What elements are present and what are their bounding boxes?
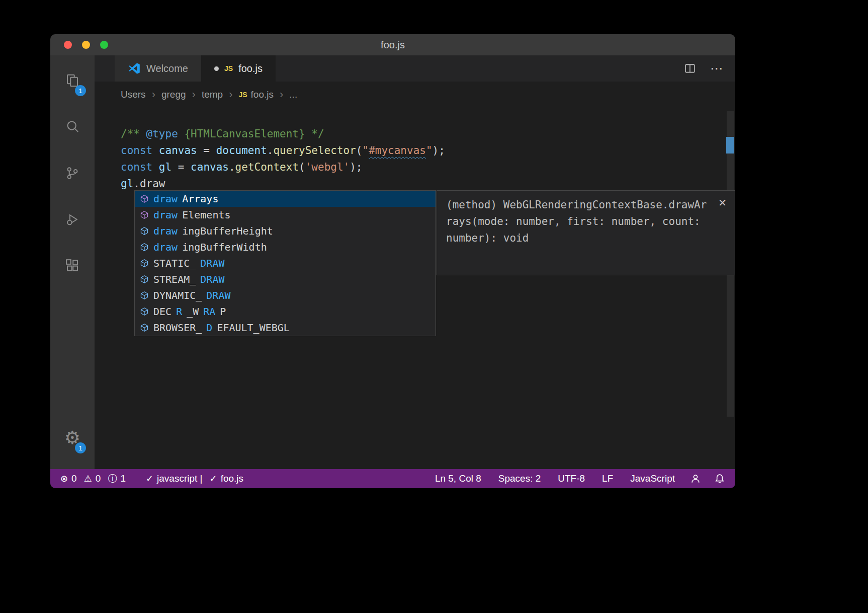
tab-welcome[interactable]: Welcome xyxy=(115,55,201,82)
suggestion-item-drawingBufferHeight[interactable]: drawingBufferHeight xyxy=(135,223,436,239)
statusbar-linter-javascript[interactable]: ✓javascript | xyxy=(146,473,203,484)
extensions-icon xyxy=(65,258,80,273)
suggestion-item-STREAM_DRAW[interactable]: STREAM_DRAW xyxy=(135,271,436,287)
docs-text-line: number): void xyxy=(446,230,726,247)
tab-foojs[interactable]: JS foo.js xyxy=(201,55,276,82)
js-file-icon: JS xyxy=(224,64,233,72)
run-debug-icon xyxy=(65,212,80,227)
symbol-cube-icon xyxy=(140,226,149,236)
symbol-cube-icon xyxy=(140,259,149,268)
statusbar-language-mode[interactable]: JavaScript xyxy=(630,473,675,484)
statusbar-cursor-position[interactable]: Ln 5, Col 8 xyxy=(435,473,481,484)
tab-label: Welcome xyxy=(146,63,188,74)
symbol-cube-icon xyxy=(140,307,149,316)
symbol-cube-icon xyxy=(140,291,149,300)
symbol-cube-icon xyxy=(140,323,149,332)
overview-ruler-marker xyxy=(726,137,734,154)
js-file-icon: JS xyxy=(238,91,247,99)
minimize-window-button[interactable] xyxy=(82,41,90,49)
statusbar-warning-count[interactable]: ⚠0 xyxy=(84,473,101,484)
statusbar-indentation[interactable]: Spaces: 2 xyxy=(498,473,541,484)
suggestion-item-BROWSER_DEFAULT_WEBGL[interactable]: BROWSER_DEFAULT_WEBGL xyxy=(135,320,436,336)
breadcrumb-item[interactable]: JSfoo.js xyxy=(238,89,274,100)
statusbar-encoding[interactable]: UTF-8 xyxy=(558,473,585,484)
split-editor-icon[interactable] xyxy=(684,62,696,74)
activity-bar-source-control[interactable] xyxy=(50,150,95,196)
vscode-logo-icon xyxy=(128,62,141,75)
code-editor[interactable]: /** @type {HTMLCanvasElement} */const ca… xyxy=(95,108,735,469)
activity-bar-settings[interactable]: ⚙ 1 xyxy=(50,415,95,461)
docs-text-line: (method) WebGLRenderingContextBase.drawA… xyxy=(446,197,726,213)
status-bar: ⊗0⚠0ⓘ1✓javascript |✓foo.js Ln 5, Col 8Sp… xyxy=(50,469,735,488)
activity-bar-extensions[interactable] xyxy=(50,243,95,289)
statusbar-eol[interactable]: LF xyxy=(602,473,613,484)
settings-badge: 1 xyxy=(75,442,86,453)
tab-bar: Welcome JS foo.js ⋯ xyxy=(95,55,735,82)
code-line: const gl = canvas.getContext('webgl'); xyxy=(121,159,735,176)
breadcrumb-separator-icon: › xyxy=(192,88,196,101)
search-icon xyxy=(65,119,80,134)
suggest-widget: drawArraysdrawElementsdrawingBufferHeigh… xyxy=(134,190,436,336)
breadcrumb-item[interactable]: gregg xyxy=(161,89,186,100)
breadcrumb-separator-icon: › xyxy=(280,88,283,101)
suggestion-item-drawElements[interactable]: drawElements xyxy=(135,207,436,223)
warning-icon: ⚠ xyxy=(84,474,92,483)
statusbar-info-count[interactable]: ⓘ1 xyxy=(108,473,126,484)
explorer-badge: 1 xyxy=(75,85,86,96)
code-line: const canvas = document.querySelector("#… xyxy=(121,142,735,159)
activity-bar-explorer[interactable]: 1 xyxy=(50,57,95,104)
suggestion-item-STATIC_DRAW[interactable]: STATIC_DRAW xyxy=(135,255,436,271)
more-actions-icon[interactable]: ⋯ xyxy=(710,62,724,75)
account-icon[interactable] xyxy=(690,473,701,484)
traffic-lights xyxy=(64,41,108,49)
symbol-cube-icon xyxy=(140,275,149,284)
breadcrumb-item[interactable]: Users xyxy=(121,89,146,100)
statusbar-error-count[interactable]: ⊗0 xyxy=(60,473,77,484)
suggestion-item-drawArrays[interactable]: drawArrays xyxy=(135,191,436,207)
suggestion-item-DYNAMIC_DRAW[interactable]: DYNAMIC_DRAW xyxy=(135,287,436,303)
breadcrumb-separator-icon: › xyxy=(152,88,155,101)
code-line: /** @type {HTMLCanvasElement} */ xyxy=(121,126,735,142)
docs-text-line: rays(mode: number, first: number, count: xyxy=(446,213,726,230)
titlebar[interactable]: foo.js xyxy=(50,34,735,55)
breadcrumb-separator-icon: › xyxy=(229,88,232,101)
check-icon: ✓ xyxy=(146,474,153,483)
editor-scrollbar[interactable] xyxy=(725,108,735,469)
symbol-cube-icon xyxy=(140,243,149,252)
activity-bar-run-debug[interactable] xyxy=(50,196,95,243)
suggestion-item-DECR_WRAP[interactable]: DECR_WRAP xyxy=(135,303,436,320)
check-icon: ✓ xyxy=(210,474,217,483)
close-window-button[interactable] xyxy=(64,41,72,49)
squiggle-underline: #mycanvas xyxy=(369,144,426,157)
breadcrumb: Users›gregg›temp›JSfoo.js›... xyxy=(95,82,735,108)
tab-label: foo.js xyxy=(238,63,263,74)
statusbar-linter-foojs[interactable]: ✓foo.js xyxy=(210,473,244,484)
error-icon: ⊗ xyxy=(60,474,68,483)
bell-icon[interactable] xyxy=(714,473,725,484)
vscode-window: foo.js 1 xyxy=(50,34,735,488)
source-control-icon xyxy=(65,166,80,181)
activity-bar: 1 xyxy=(50,55,95,469)
breadcrumb-item[interactable]: ... xyxy=(289,89,297,100)
zoom-window-button[interactable] xyxy=(100,41,108,49)
code-area: /** @type {HTMLCanvasElement} */const ca… xyxy=(95,108,735,192)
symbol-cube-icon xyxy=(140,194,149,203)
suggestion-item-drawingBufferWidth[interactable]: drawingBufferWidth xyxy=(135,239,436,255)
symbol-cube-icon xyxy=(140,210,149,219)
close-icon[interactable]: ✕ xyxy=(718,195,727,211)
suggest-docs-panel: ✕ (method) WebGLRenderingContextBase.dra… xyxy=(437,190,735,275)
breadcrumb-item[interactable]: temp xyxy=(202,89,223,100)
info-icon: ⓘ xyxy=(108,474,117,483)
window-title: foo.js xyxy=(50,39,735,51)
modified-dot-icon[interactable] xyxy=(214,66,219,71)
activity-bar-search[interactable] xyxy=(50,104,95,150)
